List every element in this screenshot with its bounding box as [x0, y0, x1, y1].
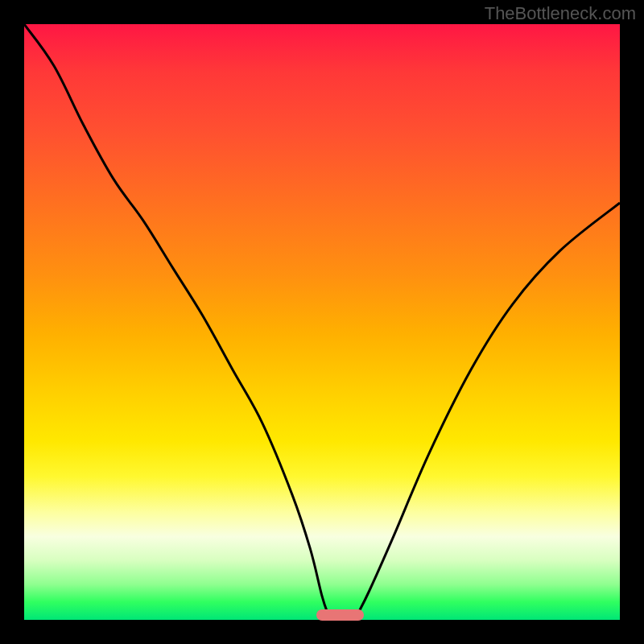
right-curve	[357, 203, 620, 614]
bottleneck-marker	[316, 609, 364, 621]
left-curve	[24, 24, 328, 614]
curve-plot	[24, 24, 620, 620]
watermark-text: TheBottleneck.com	[485, 3, 636, 24]
chart-area	[24, 24, 620, 620]
